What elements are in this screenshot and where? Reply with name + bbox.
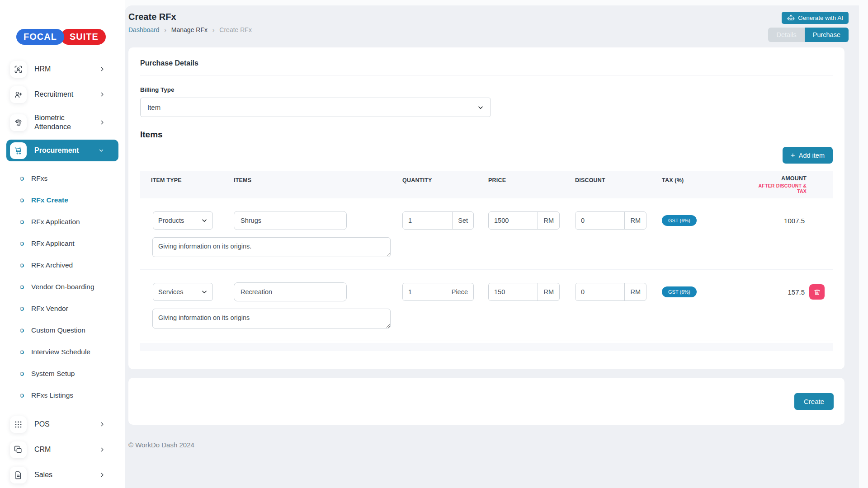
sidebar-item-hrm[interactable]: HRM	[0, 56, 125, 82]
purchase-details-card: Purchase Details Billing Type Item Items…	[128, 47, 844, 369]
main-area: Create RFx Dashboard › Manage RFx › Crea…	[125, 0, 868, 488]
discount-input[interactable]	[576, 283, 624, 300]
breadcrumb-separator: ›	[165, 27, 166, 33]
sidebar-item-label: Sales	[34, 470, 80, 479]
sidebar-item-rfx-applicant[interactable]: RFx Applicant	[0, 233, 125, 254]
sidebar-item-interview-schedule[interactable]: Interview Schedule	[0, 341, 125, 363]
col-header-item-type: ITEM TYPE	[140, 175, 223, 183]
discount-input-group: RM	[575, 283, 646, 301]
logo-focal: FOCAL	[16, 29, 64, 45]
sidebar-item-sales[interactable]: Sales	[0, 462, 125, 488]
sidebar: FOCAL SUITE HRM Recruitment	[0, 0, 125, 488]
price-input[interactable]	[489, 283, 538, 300]
sidebar-nav: HRM Recruitment Biometric Attendance	[0, 56, 125, 488]
hrm-scan-icon	[10, 61, 27, 78]
col-header-price: PRICE	[477, 175, 564, 183]
unit-suffix: Set	[452, 212, 473, 229]
items-table-header: ITEM TYPE ITEMS QUANTITY PRICE DISCOUNT …	[140, 171, 833, 198]
item-type-select[interactable]: Services	[153, 283, 213, 301]
tax-badge: GST (6%)	[662, 286, 697, 297]
discount-input-group: RM	[575, 211, 646, 230]
bullet-icon	[19, 349, 25, 355]
sidebar-item-custom-question[interactable]: Custom Question	[0, 319, 125, 341]
sidebar-item-label: Recruitment	[34, 90, 100, 99]
sidebar-item-vendor-onboarding[interactable]: Vendor On-boarding	[0, 276, 125, 298]
tab-purchase[interactable]: Purchase	[805, 28, 849, 42]
item-description-textarea[interactable]: Giving information on its origins.	[152, 237, 391, 257]
quantity-input[interactable]	[403, 212, 452, 229]
bullet-icon	[19, 176, 25, 181]
actions-card: Create	[128, 378, 844, 425]
col-header-discount: DISCOUNT	[564, 175, 651, 183]
billing-type-label: Billing Type	[140, 86, 833, 93]
add-item-button[interactable]: + Add item	[783, 147, 833, 164]
item-type-select[interactable]: Products	[153, 211, 213, 230]
bullet-icon	[19, 197, 25, 203]
chevron-down-icon	[201, 289, 208, 295]
breadcrumb-manage-rfx[interactable]: Manage RFx	[171, 26, 208, 33]
table-footer-strip	[140, 343, 833, 351]
sidebar-item-procurement[interactable]: Procurement	[6, 140, 118, 161]
sidebar-item-crm[interactable]: CRM	[0, 437, 125, 462]
currency-suffix: RM	[538, 283, 559, 300]
item-name-input[interactable]	[234, 282, 347, 301]
quantity-input[interactable]	[403, 283, 446, 300]
items-title: Items	[140, 130, 833, 140]
bullet-icon	[19, 371, 25, 376]
bullet-icon	[19, 241, 25, 246]
sidebar-item-rfx-create[interactable]: RFx Create	[0, 189, 125, 211]
tab-details[interactable]: Details	[768, 28, 804, 42]
fingerprint-icon	[10, 114, 27, 131]
sidebar-item-rfx-application[interactable]: RFx Application	[0, 211, 125, 233]
currency-suffix: RM	[538, 212, 559, 229]
shopping-cart-icon	[10, 142, 27, 159]
sidebar-item-label: POS	[34, 420, 77, 429]
amount-value: 157.5	[738, 288, 809, 296]
generate-with-ai-button[interactable]: Generate with AI	[782, 12, 849, 24]
chevron-down-icon	[477, 104, 484, 111]
app-root: FOCAL SUITE HRM Recruitment	[0, 0, 868, 488]
sidebar-item-label: Procurement	[34, 146, 106, 155]
bullet-icon	[19, 284, 25, 290]
item-row-1: Products Set	[140, 198, 833, 270]
chevron-right-icon	[99, 472, 105, 478]
app-logo[interactable]: FOCAL SUITE	[16, 29, 125, 45]
amount-value: 1007.5	[738, 217, 809, 225]
col-header-quantity: QUANTITY	[392, 175, 477, 183]
content-panel: Create RFx Dashboard › Manage RFx › Crea…	[125, 5, 859, 488]
bullet-icon	[19, 219, 25, 225]
billing-type-select[interactable]: Item	[140, 98, 491, 117]
sidebar-item-pos[interactable]: POS	[0, 412, 125, 437]
grid-dots-icon	[10, 416, 27, 433]
sidebar-item-rfx-vendor[interactable]: RFx Vendor	[0, 298, 125, 319]
chevron-right-icon	[99, 120, 105, 125]
chevron-down-icon	[99, 148, 104, 153]
item-row-2: Services Piece	[140, 270, 833, 341]
sidebar-item-rfx-archived[interactable]: RFx Archived	[0, 254, 125, 276]
create-button[interactable]: Create	[794, 393, 834, 410]
sidebar-item-rfxs[interactable]: RFxs	[0, 168, 125, 189]
details-purchase-tabs: Details Purchase	[768, 28, 849, 42]
sidebar-item-biometric-attendance[interactable]: Biometric Attendance	[0, 107, 125, 138]
col-header-amount-sub: AFTER DISCOUNT & TAX	[749, 183, 807, 194]
section-title: Purchase Details	[140, 59, 833, 75]
price-input[interactable]	[489, 212, 538, 229]
item-description-textarea[interactable]: Giving information on its origins	[152, 309, 391, 328]
chevron-down-icon	[201, 217, 208, 224]
breadcrumb-create-rfx: Create RFx	[219, 26, 252, 33]
col-header-amount: AMOUNT AFTER DISCOUNT & TAX	[738, 175, 809, 194]
sidebar-item-system-setup[interactable]: System Setup	[0, 363, 125, 385]
page-title: Create RFx	[128, 12, 252, 22]
chevron-right-icon	[99, 422, 105, 427]
price-input-group: RM	[488, 283, 560, 301]
item-name-input[interactable]	[234, 211, 347, 230]
price-input-group: RM	[488, 211, 560, 230]
sidebar-item-rfxs-listings[interactable]: RFxs Listings	[0, 385, 125, 406]
unit-suffix: Piece	[446, 283, 473, 300]
quantity-input-group: Set	[402, 211, 474, 230]
bullet-icon	[19, 328, 25, 333]
sidebar-item-recruitment[interactable]: Recruitment	[0, 82, 125, 107]
breadcrumb-dashboard[interactable]: Dashboard	[128, 26, 160, 33]
discount-input[interactable]	[576, 212, 624, 229]
delete-item-button[interactable]	[809, 284, 825, 300]
